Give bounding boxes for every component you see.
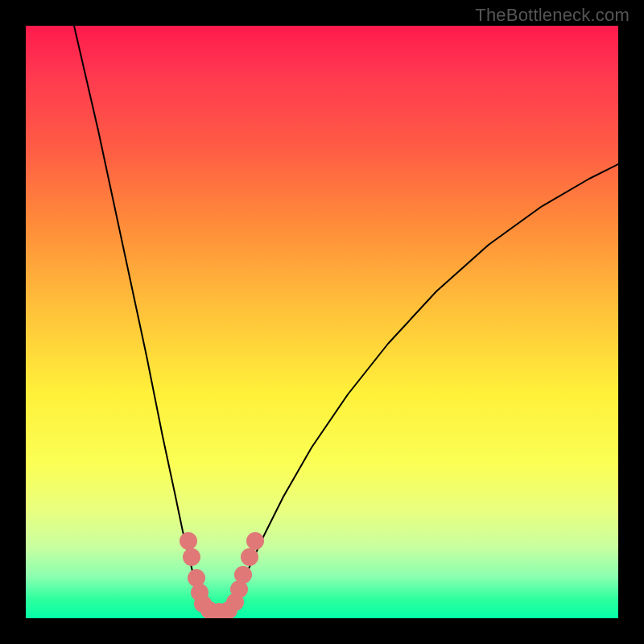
series-right-branch	[229, 164, 618, 615]
valley-markers-0	[180, 532, 197, 550]
markers-group	[180, 532, 264, 618]
plot-area	[26, 26, 618, 618]
watermark-text: TheBottleneck.com	[475, 5, 630, 26]
valley-markers-1	[183, 548, 200, 566]
valley-markers-10	[234, 566, 252, 584]
outer-frame: TheBottleneck.com	[0, 0, 644, 644]
valley-markers-11	[241, 548, 258, 566]
series-left-branch	[74, 26, 208, 615]
chart-svg	[26, 26, 618, 618]
series-group	[74, 26, 618, 615]
valley-markers-12	[246, 532, 264, 550]
